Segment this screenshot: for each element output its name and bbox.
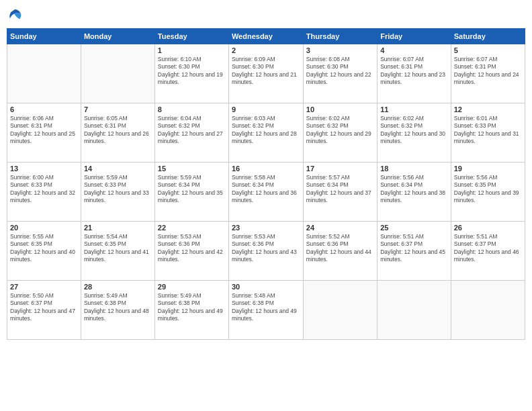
day-number: 30 [232,283,300,291]
day-info: Sunrise: 6:07 AMSunset: 6:31 PMDaylight:… [454,56,522,87]
day-number: 21 [84,224,152,232]
calendar-cell: 11Sunrise: 6:02 AMSunset: 6:32 PMDayligh… [378,103,451,163]
page: SundayMondayTuesdayWednesdayThursdayFrid… [0,0,532,411]
day-info: Sunrise: 6:01 AMSunset: 6:33 PMDaylight:… [454,115,522,146]
day-number: 4 [380,46,448,54]
calendar-cell: 7Sunrise: 6:05 AMSunset: 6:31 PMDaylight… [81,103,154,163]
calendar-cell: 1Sunrise: 6:10 AMSunset: 6:30 PMDaylight… [154,44,228,103]
calendar-cell: 6Sunrise: 6:06 AMSunset: 6:31 PMDaylight… [7,103,81,163]
day-number: 18 [380,165,448,173]
day-info: Sunrise: 5:51 AMSunset: 6:37 PMDaylight:… [380,233,448,264]
day-info: Sunrise: 5:52 AMSunset: 6:36 PMDaylight:… [306,233,374,264]
calendar-cell [451,281,525,340]
day-info: Sunrise: 6:04 AMSunset: 6:32 PMDaylight:… [158,115,226,146]
day-number: 28 [84,283,152,291]
calendar-week-row: 13Sunrise: 6:00 AMSunset: 6:33 PMDayligh… [7,163,525,222]
day-info: Sunrise: 5:59 AMSunset: 6:33 PMDaylight:… [84,174,152,205]
calendar-weekday-wednesday: Wednesday [228,29,303,44]
day-info: Sunrise: 5:48 AMSunset: 6:38 PMDaylight:… [232,292,300,323]
day-info: Sunrise: 6:05 AMSunset: 6:31 PMDaylight:… [84,115,152,146]
day-info: Sunrise: 6:09 AMSunset: 6:30 PMDaylight:… [232,56,300,87]
day-info: Sunrise: 6:06 AMSunset: 6:31 PMDaylight:… [10,115,78,146]
calendar-cell: 8Sunrise: 6:04 AMSunset: 6:32 PMDaylight… [154,103,228,163]
day-info: Sunrise: 5:53 AMSunset: 6:36 PMDaylight:… [232,233,300,264]
day-number: 6 [10,105,78,113]
day-number: 9 [232,105,300,113]
day-info: Sunrise: 5:53 AMSunset: 6:36 PMDaylight:… [158,233,226,264]
day-number: 12 [454,105,522,113]
calendar-cell: 10Sunrise: 6:02 AMSunset: 6:32 PMDayligh… [303,103,377,163]
calendar-header-row: SundayMondayTuesdayWednesdayThursdayFrid… [7,29,525,44]
calendar-weekday-tuesday: Tuesday [154,29,228,44]
day-info: Sunrise: 6:03 AMSunset: 6:32 PMDaylight:… [232,115,300,146]
day-number: 16 [232,165,300,173]
calendar-cell: 2Sunrise: 6:09 AMSunset: 6:30 PMDaylight… [228,44,303,103]
calendar-cell: 19Sunrise: 5:56 AMSunset: 6:35 PMDayligh… [451,163,525,222]
day-number: 27 [10,283,78,291]
calendar-cell: 16Sunrise: 5:58 AMSunset: 6:34 PMDayligh… [228,163,303,222]
day-number: 20 [10,224,78,232]
day-info: Sunrise: 6:02 AMSunset: 6:32 PMDaylight:… [380,115,448,146]
calendar-cell: 26Sunrise: 5:51 AMSunset: 6:37 PMDayligh… [451,222,525,281]
calendar-weekday-saturday: Saturday [451,29,525,44]
day-info: Sunrise: 5:54 AMSunset: 6:35 PMDaylight:… [84,233,152,264]
day-info: Sunrise: 5:56 AMSunset: 6:35 PMDaylight:… [454,174,522,205]
calendar-cell: 4Sunrise: 6:07 AMSunset: 6:31 PMDaylight… [378,44,451,103]
day-info: Sunrise: 5:58 AMSunset: 6:34 PMDaylight:… [232,174,300,205]
calendar-cell: 9Sunrise: 6:03 AMSunset: 6:32 PMDaylight… [228,103,303,163]
day-number: 14 [84,165,152,173]
day-number: 1 [158,46,226,54]
calendar-cell: 29Sunrise: 5:49 AMSunset: 6:38 PMDayligh… [154,281,228,340]
calendar-cell: 3Sunrise: 6:08 AMSunset: 6:30 PMDaylight… [303,44,377,103]
day-number: 11 [380,105,448,113]
day-number: 5 [454,46,522,54]
day-number: 19 [454,165,522,173]
day-number: 26 [454,224,522,232]
calendar-cell: 12Sunrise: 6:01 AMSunset: 6:33 PMDayligh… [451,103,525,163]
calendar-weekday-thursday: Thursday [303,29,377,44]
day-info: Sunrise: 5:56 AMSunset: 6:34 PMDaylight:… [380,174,448,205]
day-info: Sunrise: 6:00 AMSunset: 6:33 PMDaylight:… [10,174,78,205]
calendar-cell [378,281,451,340]
calendar-cell: 18Sunrise: 5:56 AMSunset: 6:34 PMDayligh… [378,163,451,222]
calendar-weekday-sunday: Sunday [7,29,81,44]
calendar-cell: 14Sunrise: 5:59 AMSunset: 6:33 PMDayligh… [81,163,154,222]
calendar-week-row: 20Sunrise: 5:55 AMSunset: 6:35 PMDayligh… [7,222,525,281]
day-info: Sunrise: 5:50 AMSunset: 6:37 PMDaylight:… [10,292,78,323]
day-number: 2 [232,46,300,54]
calendar-cell: 15Sunrise: 5:59 AMSunset: 6:34 PMDayligh… [154,163,228,222]
day-number: 25 [380,224,448,232]
day-info: Sunrise: 5:49 AMSunset: 6:38 PMDaylight:… [84,292,152,323]
day-info: Sunrise: 6:02 AMSunset: 6:32 PMDaylight:… [306,115,374,146]
calendar-cell: 24Sunrise: 5:52 AMSunset: 6:36 PMDayligh… [303,222,377,281]
day-info: Sunrise: 5:49 AMSunset: 6:38 PMDaylight:… [158,292,226,323]
day-info: Sunrise: 5:59 AMSunset: 6:34 PMDaylight:… [158,174,226,205]
day-info: Sunrise: 6:10 AMSunset: 6:30 PMDaylight:… [158,56,226,87]
day-number: 13 [10,165,78,173]
calendar-cell: 27Sunrise: 5:50 AMSunset: 6:37 PMDayligh… [7,281,81,340]
calendar-cell: 28Sunrise: 5:49 AMSunset: 6:38 PMDayligh… [81,281,154,340]
day-number: 17 [306,165,374,173]
calendar-cell: 23Sunrise: 5:53 AMSunset: 6:36 PMDayligh… [228,222,303,281]
calendar-cell [7,44,81,103]
day-info: Sunrise: 5:51 AMSunset: 6:37 PMDaylight:… [454,233,522,264]
day-number: 10 [306,105,374,113]
calendar-weekday-friday: Friday [378,29,451,44]
day-info: Sunrise: 5:57 AMSunset: 6:34 PMDaylight:… [306,174,374,205]
day-number: 22 [158,224,226,232]
day-info: Sunrise: 6:08 AMSunset: 6:30 PMDaylight:… [306,56,374,87]
calendar-cell: 17Sunrise: 5:57 AMSunset: 6:34 PMDayligh… [303,163,377,222]
calendar-week-row: 1Sunrise: 6:10 AMSunset: 6:30 PMDaylight… [7,44,525,103]
calendar-cell: 30Sunrise: 5:48 AMSunset: 6:38 PMDayligh… [228,281,303,340]
day-number: 15 [158,165,226,173]
day-number: 24 [306,224,374,232]
day-info: Sunrise: 5:55 AMSunset: 6:35 PMDaylight:… [10,233,78,264]
day-info: Sunrise: 6:07 AMSunset: 6:31 PMDaylight:… [380,56,448,87]
header [7,7,525,23]
calendar-weekday-monday: Monday [81,29,154,44]
day-number: 8 [158,105,226,113]
calendar-cell: 13Sunrise: 6:00 AMSunset: 6:33 PMDayligh… [7,163,81,222]
logo [7,7,26,23]
calendar-week-row: 6Sunrise: 6:06 AMSunset: 6:31 PMDaylight… [7,103,525,163]
calendar-cell: 25Sunrise: 5:51 AMSunset: 6:37 PMDayligh… [378,222,451,281]
